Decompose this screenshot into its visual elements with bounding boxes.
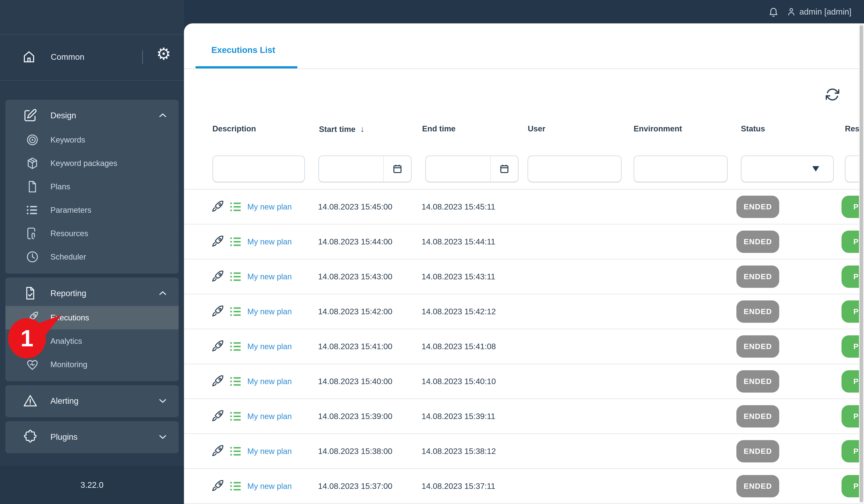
user-filter-input[interactable] bbox=[528, 156, 621, 182]
chevron-down-icon bbox=[157, 431, 168, 443]
status-badge: ENDED bbox=[736, 475, 779, 497]
sidebar-item-scheduler[interactable]: Scheduler bbox=[5, 245, 179, 268]
box-icon bbox=[26, 156, 39, 170]
start-time-value: 14.08.2023 15:42:00 bbox=[318, 294, 392, 329]
environment-filter-input[interactable] bbox=[634, 156, 727, 182]
column-header-result[interactable]: Result bbox=[845, 124, 859, 133]
execution-description-link[interactable]: My new plan bbox=[247, 329, 292, 363]
plan-list-icon bbox=[229, 269, 243, 284]
end-time-value: 14.08.2023 15:42:12 bbox=[422, 294, 496, 329]
clip-icon bbox=[26, 227, 39, 240]
sidebar-section-header-reporting[interactable]: Reporting bbox=[5, 280, 179, 306]
environment-filter bbox=[634, 156, 728, 182]
scrollbar-thumb[interactable] bbox=[860, 25, 863, 502]
gear-icon[interactable]: ⚙ bbox=[156, 46, 171, 62]
rocket-icon bbox=[211, 339, 225, 353]
execution-description-link[interactable]: My new plan bbox=[247, 260, 292, 294]
start-time-value: 14.08.2023 15:37:00 bbox=[318, 469, 392, 503]
file-icon bbox=[26, 180, 39, 193]
sidebar-item-resources[interactable]: Resources bbox=[5, 222, 179, 245]
execution-description-link[interactable]: My new plan bbox=[247, 225, 292, 259]
end-time-value: 14.08.2023 15:40:10 bbox=[422, 364, 496, 398]
status-badge: ENDED bbox=[736, 196, 779, 218]
status-badge: ENDED bbox=[736, 405, 779, 428]
plan-list-icon bbox=[229, 479, 243, 493]
table-row: My new plan 14.08.2023 15:43:00 14.08.20… bbox=[184, 260, 859, 294]
description-filter bbox=[213, 156, 305, 182]
sidebar-section-label: Reporting bbox=[50, 288, 157, 298]
calendar-icon bbox=[499, 164, 509, 174]
sidebar-item-label: Keyword packages bbox=[50, 159, 117, 168]
column-header-status[interactable]: Status bbox=[741, 124, 765, 133]
result-filter bbox=[845, 156, 859, 182]
list-icon bbox=[26, 203, 39, 217]
status-filter-select[interactable] bbox=[741, 156, 834, 182]
vertical-scrollbar[interactable] bbox=[859, 23, 864, 504]
result-badge: P bbox=[841, 196, 859, 218]
execution-description-link[interactable]: My new plan bbox=[247, 434, 292, 468]
table-row: My new plan 14.08.2023 15:45:00 14.08.20… bbox=[184, 190, 859, 225]
user-menu[interactable]: admin [admin] bbox=[786, 7, 851, 17]
rocket-icon bbox=[211, 269, 225, 284]
sidebar-item-keywords[interactable]: Keywords bbox=[5, 128, 179, 152]
end-time-filter bbox=[425, 156, 519, 182]
plan-list-icon bbox=[229, 374, 243, 388]
execution-description-link[interactable]: My new plan bbox=[247, 399, 292, 433]
description-filter-input[interactable] bbox=[213, 156, 304, 182]
home-icon[interactable] bbox=[22, 49, 36, 64]
start-time-value: 14.08.2023 15:41:00 bbox=[318, 329, 392, 363]
rocket-icon bbox=[211, 235, 225, 249]
result-filter-input[interactable] bbox=[845, 156, 859, 182]
table-row: My new plan 14.08.2023 15:38:00 14.08.20… bbox=[184, 434, 859, 469]
end-time-filter-input[interactable] bbox=[426, 156, 490, 182]
end-time-value: 14.08.2023 15:37:11 bbox=[422, 469, 495, 503]
column-header-environment[interactable]: Environment bbox=[634, 124, 682, 133]
table-row: My new plan 14.08.2023 15:44:00 14.08.20… bbox=[184, 225, 859, 260]
rocket-icon bbox=[211, 200, 225, 214]
chevron-up-icon bbox=[157, 287, 168, 299]
divider bbox=[142, 50, 143, 64]
column-header-start-time[interactable]: Start time↓ bbox=[319, 124, 364, 134]
sidebar-item-keyword-packages[interactable]: Keyword packages bbox=[5, 152, 179, 175]
start-time-filter-input[interactable] bbox=[319, 156, 383, 182]
sidebar-section-header-alerting[interactable]: Alerting bbox=[5, 388, 179, 413]
status-badge: ENDED bbox=[736, 231, 779, 253]
edit-icon bbox=[23, 108, 38, 123]
sidebar-section-header-design[interactable]: Design bbox=[5, 103, 179, 128]
bell-icon[interactable] bbox=[768, 6, 779, 17]
table-row: My new plan 14.08.2023 15:42:00 14.08.20… bbox=[184, 294, 859, 329]
tenant-label[interactable]: Common bbox=[51, 52, 84, 62]
plan-list-icon bbox=[229, 444, 243, 458]
sidebar-section-label: Alerting bbox=[50, 396, 157, 406]
execution-description-link[interactable]: My new plan bbox=[247, 190, 292, 224]
execution-description-link[interactable]: My new plan bbox=[247, 294, 292, 329]
annotation-badge-1: 1 bbox=[4, 312, 63, 360]
status-badge: ENDED bbox=[736, 300, 779, 323]
execution-description-link[interactable]: My new plan bbox=[247, 364, 292, 398]
sidebar-section-design: Design Keywords Keyword packages Plans P… bbox=[5, 100, 179, 274]
result-badge: P bbox=[841, 475, 859, 497]
column-header-description[interactable]: Description bbox=[213, 124, 256, 133]
start-time-datepicker-button[interactable] bbox=[383, 156, 411, 182]
status-badge: ENDED bbox=[736, 440, 779, 463]
user-name: admin [admin] bbox=[800, 7, 851, 16]
version-footer: 3.22.0 bbox=[0, 466, 184, 504]
clock-icon bbox=[26, 250, 39, 264]
column-header-user[interactable]: User bbox=[528, 124, 545, 133]
table-row: My new plan 14.08.2023 15:37:00 14.08.20… bbox=[184, 469, 859, 504]
sidebar-section-header-plugins[interactable]: Plugins bbox=[5, 424, 179, 449]
end-time-value: 14.08.2023 15:39:11 bbox=[422, 399, 495, 433]
status-badge: ENDED bbox=[736, 335, 779, 358]
sidebar-item-plans[interactable]: Plans bbox=[5, 175, 179, 199]
sort-desc-arrow: ↓ bbox=[360, 124, 364, 134]
execution-description-link[interactable]: My new plan bbox=[247, 469, 292, 503]
sidebar-item-label: Plans bbox=[50, 182, 70, 191]
column-header-end-time[interactable]: End time bbox=[422, 124, 456, 133]
result-badge: P bbox=[841, 335, 859, 358]
sidebar-item-label: Monitoring bbox=[50, 360, 87, 369]
start-time-value: 14.08.2023 15:40:00 bbox=[318, 364, 392, 398]
table-rows: My new plan 14.08.2023 15:45:00 14.08.20… bbox=[184, 190, 859, 504]
sidebar-item-parameters[interactable]: Parameters bbox=[5, 199, 179, 222]
end-time-value: 14.08.2023 15:38:12 bbox=[422, 434, 496, 468]
end-time-datepicker-button[interactable] bbox=[490, 156, 518, 182]
